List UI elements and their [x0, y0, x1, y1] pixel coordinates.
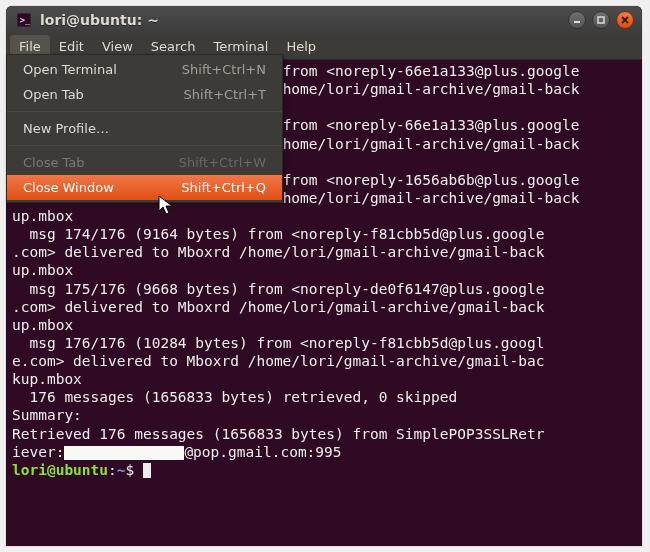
prompt-user: lori@ubuntu [12, 462, 108, 478]
terminal-line: Summary: [12, 407, 82, 423]
menu-item-label: New Profile… [23, 121, 109, 136]
window-title: lori@ubuntu: ~ [40, 12, 159, 28]
window-controls [568, 11, 634, 29]
menu-open-tab[interactable]: Open Tab Shift+Ctrl+T [7, 82, 282, 107]
prompt-path: ~ [117, 462, 126, 478]
svg-rect-4 [598, 17, 604, 23]
menu-new-profile[interactable]: New Profile… [7, 116, 282, 141]
terminal-cursor [143, 463, 151, 478]
menu-close-tab: Close Tab Shift+Ctrl+W [7, 150, 282, 175]
redacted-text [64, 446, 184, 460]
menu-item-label: Close Window [23, 180, 114, 195]
terminal-line: up.mbox [12, 262, 73, 278]
terminal-line: .com> delivered to Mboxrd /home/lori/gma… [12, 299, 545, 315]
menu-item-shortcut: Shift+Ctrl+Q [181, 180, 266, 195]
maximize-button[interactable] [592, 11, 610, 29]
terminal-line: e.com> delivered to Mboxrd /home/lori/gm… [12, 353, 545, 369]
menu-separator [7, 111, 282, 112]
menu-help[interactable]: Help [277, 35, 325, 58]
terminal-line: msg 174/176 (9164 bytes) from <noreply-f… [12, 226, 545, 242]
terminal-line: Retrieved 176 messages (1656833 bytes) f… [12, 426, 545, 442]
svg-text:>_: >_ [20, 15, 31, 25]
terminal-line: 176 messages (1656833 bytes) retrieved, … [12, 389, 457, 405]
menu-item-shortcut: Shift+Ctrl+W [179, 155, 266, 170]
terminal-line: @pop.gmail.com:995 [184, 444, 341, 460]
menu-close-window[interactable]: Close Window Shift+Ctrl+Q [7, 175, 282, 200]
prompt-separator: : [108, 462, 117, 478]
titlebar[interactable]: >_ lori@ubuntu: ~ [6, 6, 642, 34]
menu-separator [7, 145, 282, 146]
terminal-icon: >_ [16, 12, 32, 28]
terminal-line: up.mbox [12, 208, 73, 224]
menu-item-shortcut: Shift+Ctrl+T [184, 87, 266, 102]
terminal-line: .com> delivered to Mboxrd /home/lori/gma… [12, 244, 545, 260]
menu-item-shortcut: Shift+Ctrl+N [182, 62, 266, 77]
file-menu-dropdown: Open Terminal Shift+Ctrl+N Open Tab Shif… [6, 54, 283, 203]
menu-item-label: Close Tab [23, 155, 85, 170]
prompt-end: $ [126, 462, 143, 478]
minimize-button[interactable] [568, 11, 586, 29]
terminal-line: msg 176/176 (10284 bytes) from <noreply-… [12, 335, 545, 351]
menu-item-label: Open Terminal [23, 62, 117, 77]
menu-item-label: Open Tab [23, 87, 84, 102]
svg-rect-3 [574, 21, 580, 23]
terminal-line: iever: [12, 444, 64, 460]
close-button[interactable] [616, 11, 634, 29]
menu-open-terminal[interactable]: Open Terminal Shift+Ctrl+N [7, 57, 282, 82]
terminal-line: up.mbox [12, 317, 73, 333]
terminal-line: kup.mbox [12, 371, 82, 387]
terminal-line: msg 175/176 (9668 bytes) from <noreply-d… [12, 281, 545, 297]
